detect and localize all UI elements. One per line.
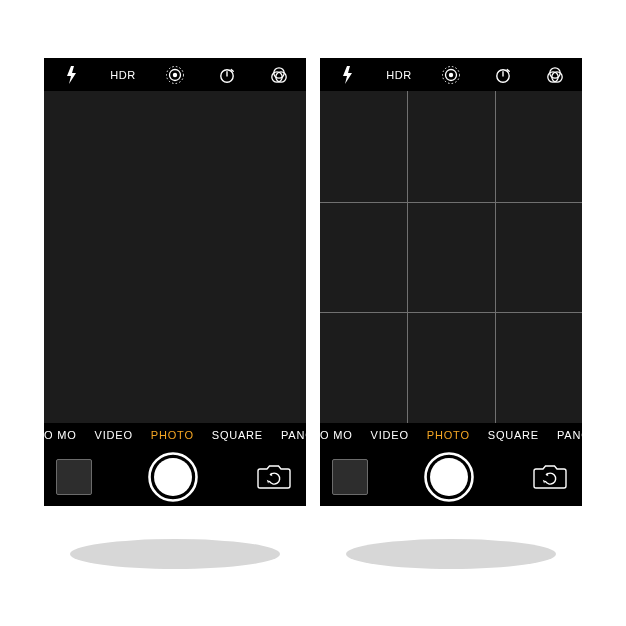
timer-icon	[494, 66, 512, 84]
camera-top-bar: HDR	[320, 58, 582, 91]
camera-screen-with-grid: HDR	[320, 58, 582, 506]
svg-point-9	[274, 67, 284, 77]
mode-strip[interactable]: SLO MO VIDEO PHOTO SQUARE PANO	[44, 423, 306, 447]
camera-swap-button[interactable]	[254, 462, 294, 492]
viewfinder[interactable]	[320, 91, 582, 423]
camera-swap-icon	[531, 463, 569, 491]
mode-video[interactable]: VIDEO	[362, 429, 418, 441]
live-photo-toggle[interactable]	[158, 58, 192, 91]
mode-pano[interactable]: PANO	[272, 429, 306, 441]
drop-shadow	[70, 539, 280, 569]
filters-icon	[269, 66, 289, 84]
camera-swap-button[interactable]	[530, 462, 570, 492]
timer-icon	[218, 66, 236, 84]
mode-strip[interactable]: SLO MO VIDEO PHOTO SQUARE PANO	[320, 423, 582, 447]
last-photo-thumbnail[interactable]	[56, 459, 92, 495]
mode-photo[interactable]: PHOTO	[418, 429, 479, 441]
mode-pano[interactable]: PANO	[548, 429, 582, 441]
timer-toggle[interactable]	[486, 58, 520, 91]
mode-video[interactable]: VIDEO	[86, 429, 142, 441]
svg-marker-0	[67, 66, 76, 84]
shutter-icon	[424, 452, 474, 502]
timer-toggle[interactable]	[210, 58, 244, 91]
svg-point-26	[430, 458, 468, 496]
flash-toggle[interactable]	[54, 58, 88, 91]
camera-swap-icon	[255, 463, 293, 491]
svg-point-12	[154, 458, 192, 496]
camera-top-bar: HDR	[44, 58, 306, 91]
camera-bottom-bar	[320, 447, 582, 506]
filters-icon	[545, 66, 565, 84]
last-photo-thumbnail[interactable]	[332, 459, 368, 495]
shutter-button[interactable]	[424, 452, 474, 502]
camera-screen-no-grid: HDR	[44, 58, 306, 506]
svg-point-24	[550, 67, 560, 77]
svg-marker-15	[343, 66, 352, 84]
canvas: HDR	[0, 0, 626, 626]
camera-bottom-bar	[44, 447, 306, 506]
hdr-toggle[interactable]: HDR	[382, 58, 416, 91]
shutter-icon	[148, 452, 198, 502]
flash-toggle[interactable]	[330, 58, 364, 91]
flash-icon	[65, 66, 77, 84]
mode-slomo[interactable]: SLO MO	[320, 429, 362, 441]
mode-slomo[interactable]: SLO MO	[44, 429, 86, 441]
mode-photo[interactable]: PHOTO	[142, 429, 203, 441]
filters-toggle[interactable]	[262, 58, 296, 91]
svg-point-18	[449, 72, 453, 76]
drop-shadow	[346, 539, 556, 569]
live-photo-toggle[interactable]	[434, 58, 468, 91]
viewfinder[interactable]	[44, 91, 306, 423]
mode-square[interactable]: SQUARE	[203, 429, 272, 441]
svg-marker-27	[543, 479, 545, 483]
svg-marker-13	[267, 479, 269, 483]
live-photo-icon	[165, 65, 185, 85]
composition-grid	[320, 91, 582, 423]
flash-icon	[341, 66, 353, 84]
mode-square[interactable]: SQUARE	[479, 429, 548, 441]
svg-point-3	[173, 72, 177, 76]
hdr-toggle[interactable]: HDR	[106, 58, 140, 91]
shutter-button[interactable]	[148, 452, 198, 502]
live-photo-icon	[441, 65, 461, 85]
filters-toggle[interactable]	[538, 58, 572, 91]
